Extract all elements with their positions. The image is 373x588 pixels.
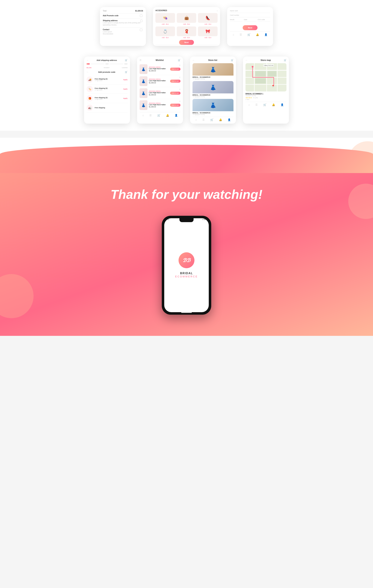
promo-date-1: 17 Apr 2019	[95, 80, 121, 81]
wish-image-2: 👗	[139, 76, 148, 86]
wish-item-2: 👗 WEDDING DRESS Lace High-Neck Halter $1…	[139, 75, 181, 87]
store-card-1[interactable]: 👗 BRIDAL - ECOMMERCE 91 Ayyappa Society	[192, 63, 234, 80]
promo-item-1: 🚚 Free shipping (3) 17 Apr 2019 Apply	[86, 75, 128, 84]
hamburger-icon[interactable]: ☰	[139, 59, 141, 62]
cvv-input[interactable]	[258, 21, 270, 22]
add-to-cart-button-2[interactable]: Add to cart	[170, 80, 181, 83]
product-image: 👠	[198, 13, 218, 23]
store-card-2[interactable]: 👗 BRIDAL - ECOMMERCE 91 Ayyappa Society	[192, 81, 234, 97]
apply-button-3[interactable]: Apply	[123, 97, 128, 99]
product-image: 👜	[177, 13, 196, 23]
brand-name: BRIDAL	[180, 272, 193, 275]
month-input[interactable]	[230, 21, 243, 22]
promo-icon-4: 🚛	[86, 105, 93, 111]
payment-bottom-nav: ⌂ ☰ 🛒 🔔 👤	[230, 32, 270, 36]
shipping-address-desc: Lorem ipsum is simply dummy text of the …	[103, 22, 140, 26]
add-to-cart-button-3[interactable]: Add to cart	[170, 92, 181, 95]
close-icon-1[interactable]: ✕	[179, 64, 181, 66]
step-confirm	[124, 63, 128, 65]
phone-shipping: ← Add shipping address 🛒 BILLING PAYMENT…	[84, 56, 130, 124]
step-billing-label: BILLING	[86, 67, 92, 68]
cart-icon[interactable]: 🛒	[157, 114, 160, 117]
store-detail: BRIDAL ECOMMER 1 Ayyappa Society ★★★★ 4.…	[245, 93, 287, 100]
product-price: Add - $14	[198, 23, 218, 25]
cart-icon[interactable]: 🛒	[125, 59, 128, 62]
list-icon[interactable]: ☰	[149, 114, 152, 117]
product-image: 🧣	[177, 26, 196, 36]
back-icon[interactable]: ←	[192, 59, 195, 62]
contact-phone: RO243029900	[103, 33, 113, 35]
promo-date-3: 17 Apr 2019	[95, 99, 121, 100]
product-image: 💍	[155, 26, 175, 36]
bell-icon[interactable]: 🔔	[256, 33, 259, 36]
bell-icon[interactable]: 🔔	[166, 114, 169, 117]
profile-icon[interactable]: 👤	[281, 103, 284, 106]
next-button[interactable]: Next	[179, 40, 194, 45]
list-icon[interactable]: ☰	[202, 118, 205, 121]
add-to-cart-button-4[interactable]: Add to cart	[170, 104, 181, 107]
product-item: 🧣 Add - $14	[177, 26, 196, 39]
profile-icon[interactable]: 👤	[228, 118, 231, 121]
wishlist-cart-icon[interactable]: 🛒	[178, 59, 181, 62]
storemap-cart-icon[interactable]: 🛒	[284, 59, 287, 62]
profile-icon[interactable]: 👤	[264, 33, 267, 36]
storelist-bottom-nav: ⌂ ☰ 🛒 🔔 👤	[192, 117, 234, 121]
bell-icon[interactable]: 🔔	[219, 118, 222, 121]
name-card-input[interactable]	[230, 12, 270, 13]
wish-item-3: 👗 WEDDING DRESS Lace High-Neck Halter $1…	[139, 87, 181, 99]
list-icon[interactable]: ☰	[240, 33, 242, 36]
store-detail-addr: Ayyappa Society	[245, 95, 287, 96]
phone-order-summary: Total $1,029.56 Add Promote code Shippin…	[100, 7, 146, 46]
product-price: Add - $14	[155, 23, 175, 25]
promo-icon-1: 🚚	[86, 76, 93, 83]
promo-cart-icon[interactable]: 🛒	[125, 71, 128, 73]
contact-label: Contact	[103, 29, 113, 31]
store-addr-3: 91 Ayyappa Society	[192, 114, 234, 115]
promo-icon	[140, 14, 142, 17]
home-icon[interactable]: ⌂	[248, 103, 250, 106]
product-item: 👒 Add - $14	[155, 13, 175, 25]
date-input[interactable]	[244, 21, 256, 22]
bell-icon[interactable]: 🔔	[272, 103, 275, 106]
close-icon-2[interactable]: ✕	[179, 76, 181, 78]
list-icon[interactable]: ☰	[255, 103, 258, 106]
apply-button-1[interactable]: Apply	[123, 79, 128, 81]
apply-button-2[interactable]: Apply	[123, 88, 128, 90]
promo-icon-3: 🎁	[86, 95, 93, 102]
month-label: Mouth	[230, 19, 243, 21]
store-card-3[interactable]: 👗 BRIDAL - ECOMMERCE 91 Ayyappa Society	[192, 99, 234, 115]
wish-image-4: 👗	[139, 100, 148, 110]
home-icon[interactable]: ⌂	[142, 114, 144, 117]
storelist-cart-icon[interactable]: 🛒	[231, 59, 234, 62]
cvv-label: CVV code	[258, 19, 270, 21]
map-display: 📍 Trường THCS Mô	[245, 63, 287, 92]
close-icon-4[interactable]: ✕	[179, 100, 181, 102]
store-addr-2: 91 Ayyappa Society	[192, 96, 234, 97]
close-icon-3[interactable]: ✕	[179, 88, 181, 90]
contact-icon	[140, 29, 142, 31]
payment-next-button[interactable]: Next	[243, 25, 257, 30]
brand-logo-circle: ℬℬ	[179, 252, 194, 268]
cart-icon[interactable]: 🛒	[247, 33, 250, 36]
cart-icon[interactable]: 🛒	[210, 118, 213, 121]
total-label: Total	[103, 10, 107, 12]
home-icon[interactable]: ⌂	[233, 33, 234, 36]
promo-back-icon[interactable]: ←	[86, 71, 89, 73]
back-icon[interactable]: ←	[245, 59, 248, 62]
store-name-1: BRIDAL - ECOMMERCE	[192, 76, 234, 78]
cart-icon[interactable]: 🛒	[263, 103, 266, 106]
wish-price-2: $1,099.00	[149, 82, 169, 84]
back-icon[interactable]: ←	[86, 59, 89, 62]
profile-icon[interactable]: 👤	[175, 114, 178, 117]
step-payment-label: PAYMENT	[104, 67, 109, 68]
step-confirm-label: CONFIRM	[122, 67, 128, 68]
card-number-input[interactable]	[230, 16, 270, 17]
promo-name-1: Free shipping (3)	[95, 78, 121, 80]
add-to-cart-button-1[interactable]: Add to cart	[170, 68, 181, 71]
brand-sub: ECOMMERCE	[175, 275, 198, 278]
svg-rect-8	[267, 71, 277, 76]
home-icon[interactable]: ⌂	[195, 118, 197, 121]
total-value: $1,029.56	[135, 10, 143, 12]
shipping-title: Add shipping address	[96, 59, 117, 61]
product-price: Add - $14	[155, 37, 175, 39]
